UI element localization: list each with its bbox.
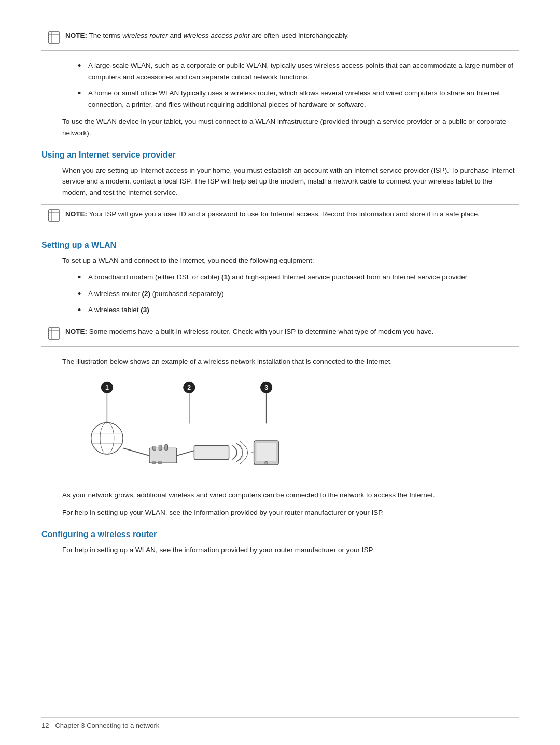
note-icon-2	[47, 209, 61, 224]
svg-rect-43	[158, 462, 162, 465]
svg-rect-40	[159, 445, 162, 451]
post-diagram-para1: As your network grows, additional wirele…	[62, 489, 519, 501]
svg-line-37	[123, 448, 149, 456]
section3-para: For help in setting up a WLAN, see the i…	[62, 544, 519, 556]
note-icon-3	[47, 327, 61, 342]
page-footer: 12 Chapter 3 Connecting to a network	[41, 717, 519, 729]
svg-rect-45	[194, 446, 229, 460]
svg-point-49	[265, 462, 268, 465]
note-box-1: NOTE: The terms wireless router and wire…	[41, 26, 519, 51]
note2-text: NOTE: Your ISP will give you a user ID a…	[65, 209, 480, 219]
svg-point-33	[91, 423, 123, 454]
list-item: A home or small office WLAN typically us…	[78, 88, 519, 110]
svg-line-44	[177, 451, 194, 456]
bullet-list-2: A broadband modem (either DSL or cable) …	[78, 272, 519, 316]
note1-text: NOTE: The terms wireless router and wire…	[65, 31, 349, 41]
note-box-3: NOTE: Some modems have a built-in wirele…	[41, 322, 519, 347]
section-wlan-heading: Setting up a WLAN	[41, 241, 519, 250]
note3-text: NOTE: Some modems have a built-in wirele…	[65, 327, 433, 337]
section2-intro: To set up a WLAN and connect to the Inte…	[62, 255, 519, 266]
footer-page-number: 12	[41, 722, 49, 729]
svg-point-34	[100, 423, 114, 454]
svg-text:2: 2	[187, 384, 191, 391]
section-configure-router-heading: Configuring a wireless router	[41, 530, 519, 539]
footer-chapter-label: Chapter 3 Connecting to a network	[55, 722, 159, 729]
svg-rect-42	[152, 462, 156, 465]
list-item: A large-scale WLAN, such as a corporate …	[78, 60, 519, 82]
svg-rect-0	[49, 32, 59, 43]
svg-rect-48	[256, 443, 276, 461]
section1-para: When you are setting up Internet access …	[62, 165, 519, 199]
diagram-intro-para: The illustration below shows an example …	[62, 356, 519, 368]
page-content: NOTE: The terms wireless router and wire…	[0, 0, 560, 593]
bullet-list-1: A large-scale WLAN, such as a corporate …	[78, 60, 519, 110]
section-using-isp-heading: Using an Internet service provider	[41, 150, 519, 160]
svg-rect-39	[153, 446, 156, 451]
list-item-tablet: A wireless tablet (3)	[78, 304, 519, 316]
note-box-2: NOTE: Your ISP will give you a user ID a…	[41, 204, 519, 229]
svg-text:3: 3	[264, 384, 268, 391]
svg-rect-38	[149, 448, 177, 463]
list-item-modem: A broadband modem (either DSL or cable) …	[78, 272, 519, 283]
svg-text:1: 1	[105, 384, 109, 391]
intro-paragraph: To use the WLAN device in your tablet, y…	[62, 116, 519, 138]
list-item-router: A wireless router (2) (purchased separat…	[78, 288, 519, 300]
post-diagram-para2: For help in setting up your WLAN, see th…	[62, 507, 519, 518]
note-icon-1	[47, 31, 61, 46]
diagram-svg: 1 2 3	[62, 376, 311, 480]
svg-rect-16	[49, 328, 59, 339]
svg-rect-8	[49, 210, 59, 221]
network-diagram: 1 2 3	[62, 376, 498, 480]
svg-rect-41	[165, 445, 168, 451]
